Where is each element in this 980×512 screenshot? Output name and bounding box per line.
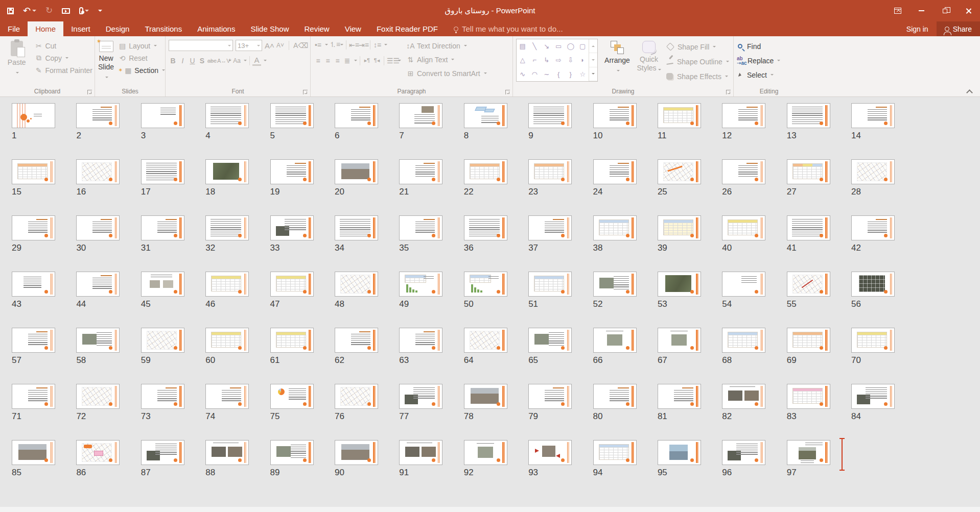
slide-thumbnail[interactable] [787, 384, 830, 409]
layout-button[interactable]: ▤Layout [118, 40, 165, 52]
rtl-direction-button[interactable]: ¶◂ [372, 57, 381, 64]
slide-thumbnail[interactable] [464, 103, 507, 128]
share-button[interactable]: Share [937, 21, 980, 36]
slide-thumbnail[interactable] [528, 272, 572, 297]
align-text-button[interactable]: ⇅Align Text [406, 54, 487, 65]
slide-thumbnail[interactable] [12, 159, 55, 184]
shapes-gallery[interactable]: ▤╲↘▭◯▢△⌐↳⇨⇩◗∿◠∼{}☆ [516, 39, 598, 82]
slide-thumbnail[interactable] [141, 440, 184, 465]
clipboard-dialog-launcher[interactable] [87, 90, 92, 94]
slide-thumbnail[interactable] [76, 215, 120, 240]
slide-thumbnail[interactable] [76, 384, 120, 409]
underline-button[interactable]: U [188, 57, 197, 65]
slide-thumbnail[interactable] [658, 384, 701, 409]
sign-in-link[interactable]: Sign in [898, 21, 937, 36]
bullets-button[interactable]: •≡ [314, 41, 322, 49]
slide-thumbnail[interactable] [335, 328, 378, 353]
shape-icon[interactable]: { [557, 70, 559, 78]
collapse-ribbon-button[interactable] [967, 89, 972, 93]
slide-thumbnail[interactable] [464, 384, 507, 409]
slide-thumbnail[interactable] [658, 440, 701, 465]
tab-home[interactable]: Home [28, 21, 63, 36]
drawing-dialog-launcher[interactable] [726, 90, 731, 94]
shape-icon[interactable]: ↳ [544, 56, 549, 64]
slide-thumbnail[interactable] [464, 215, 507, 240]
tab-design[interactable]: Design [98, 21, 137, 36]
slide-thumbnail[interactable] [399, 272, 442, 297]
font-dialog-launcher[interactable] [303, 90, 308, 94]
text-direction-button[interactable]: ↕AText Direction [406, 40, 487, 52]
slide-thumbnail[interactable] [12, 440, 55, 465]
slide-thumbnail[interactable] [76, 440, 120, 465]
restore-button[interactable] [933, 0, 956, 21]
slide-thumbnail[interactable] [399, 103, 442, 128]
slide-thumbnail[interactable] [528, 103, 572, 128]
section-button[interactable]: ✶▦Section [118, 64, 165, 76]
slide-thumbnail[interactable] [76, 272, 120, 297]
slide-thumbnail[interactable] [787, 440, 830, 465]
slide-thumbnail[interactable] [658, 272, 701, 297]
slide-thumbnail[interactable] [658, 328, 701, 353]
customize-qat-button[interactable] [98, 10, 102, 12]
tab-review[interactable]: Review [296, 21, 337, 36]
slide-thumbnail[interactable] [722, 103, 765, 128]
slide-thumbnail[interactable] [722, 440, 765, 465]
columns-button[interactable]: ☰☰ [387, 57, 395, 65]
minimize-button[interactable] [909, 0, 933, 21]
tab-animations[interactable]: Animations [190, 21, 243, 36]
shape-icon[interactable]: ∿ [520, 70, 525, 78]
paste-button[interactable]: Paste [3, 39, 30, 76]
select-button[interactable]: Select [737, 69, 802, 81]
slide-thumbnail[interactable] [787, 272, 830, 297]
slide-thumbnail[interactable] [658, 103, 701, 128]
slide-thumbnail[interactable] [787, 159, 830, 184]
tell-me-box[interactable]: Tell me what you want to do... [446, 21, 571, 36]
slide-thumbnail[interactable] [722, 328, 765, 353]
slide-thumbnail[interactable] [335, 215, 378, 240]
replace-button[interactable]: ab⇢acReplace [737, 55, 802, 66]
ribbon-display-options-button[interactable] [886, 0, 909, 21]
numbering-button[interactable]: ⒈≡ [329, 40, 338, 50]
align-left-button[interactable]: ≡ [314, 57, 322, 65]
slide-thumbnail[interactable] [12, 272, 55, 297]
shapes-gallery-scrollbar[interactable] [589, 39, 597, 81]
slide-thumbnail[interactable] [12, 215, 55, 240]
slide-thumbnail[interactable] [722, 272, 765, 297]
slide-thumbnail[interactable] [335, 272, 378, 297]
slide-thumbnail[interactable] [851, 384, 895, 409]
tab-view[interactable]: View [337, 21, 369, 36]
font-color-button[interactable]: A [252, 56, 261, 66]
slide-thumbnail[interactable] [141, 328, 184, 353]
shape-icon[interactable]: ☆ [579, 70, 586, 78]
slide-thumbnail[interactable] [205, 328, 249, 353]
font-size-combo[interactable]: 13+ [236, 40, 262, 51]
slide-thumbnail[interactable] [593, 328, 637, 353]
new-slide-button[interactable]: NewSlide [98, 39, 114, 80]
slide-thumbnail[interactable] [141, 215, 184, 240]
shape-fill-button[interactable]: Shape Fill [666, 41, 729, 53]
start-from-beginning-button[interactable] [62, 8, 70, 14]
decrease-indent-button[interactable]: ⇤≡ [349, 41, 358, 49]
grow-font-button[interactable]: A˄ [265, 41, 273, 50]
redo-button[interactable]: ↻ [45, 7, 53, 14]
slide-thumbnail[interactable] [593, 440, 637, 465]
slide-thumbnail[interactable] [205, 272, 249, 297]
slide-thumbnail[interactable] [851, 272, 895, 297]
slide-thumbnail[interactable] [722, 384, 765, 409]
shape-icon[interactable]: ◯ [567, 42, 574, 50]
reset-button[interactable]: ⟲Reset [118, 52, 165, 64]
slide-thumbnail[interactable] [12, 328, 55, 353]
shape-icon[interactable]: ▢ [579, 42, 586, 50]
slide-thumbnail[interactable] [528, 215, 572, 240]
slide-thumbnail[interactable] [399, 440, 442, 465]
format-painter-button[interactable]: ✎Format Painter [34, 64, 92, 76]
slide-thumbnail[interactable] [722, 215, 765, 240]
slide-thumbnail[interactable] [593, 103, 637, 128]
paragraph-dialog-launcher[interactable] [505, 90, 510, 94]
slide-thumbnail[interactable] [270, 328, 314, 353]
shape-icon[interactable]: } [570, 70, 572, 78]
slide-thumbnail[interactable] [787, 328, 830, 353]
slide-thumbnail[interactable] [528, 440, 572, 465]
copy-button[interactable]: ⧉Copy [34, 52, 92, 64]
slide-thumbnail[interactable] [528, 384, 572, 409]
